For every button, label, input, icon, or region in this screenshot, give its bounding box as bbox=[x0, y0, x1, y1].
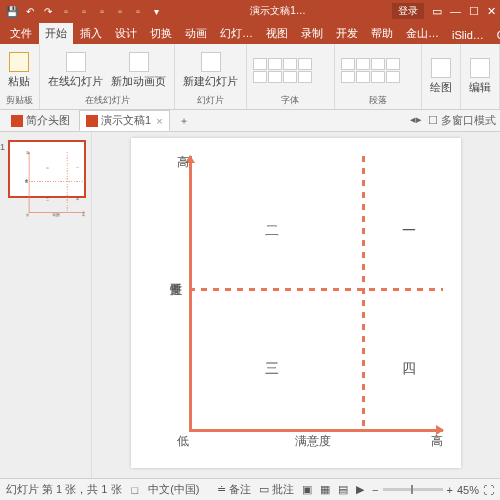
new-tab-button[interactable]: ＋ bbox=[172, 111, 196, 131]
group-paragraph: 段落 bbox=[335, 44, 423, 109]
spell-check-icon[interactable]: □ bbox=[132, 484, 139, 496]
zoom-level[interactable]: 45% bbox=[457, 484, 479, 496]
tab-slideshow[interactable]: 幻灯… bbox=[214, 23, 259, 44]
slide[interactable]: 一 二 三 四 重要性 高 低 满意度 高 bbox=[131, 138, 461, 468]
ribbon-options-icon[interactable]: ▭ bbox=[432, 5, 442, 18]
ppt-icon bbox=[86, 115, 98, 127]
notes-button[interactable]: ≐ 备注 bbox=[217, 482, 251, 497]
fit-window-icon[interactable]: ⛶ bbox=[483, 484, 494, 496]
paste-button[interactable]: 粘贴 bbox=[6, 50, 32, 91]
tab-insert[interactable]: 插入 bbox=[74, 23, 108, 44]
status-bar: 幻灯片 第 1 张，共 1 张 □ 中文(中国) ≐ 备注 ▭ 批注 ▣ ▦ ▤… bbox=[0, 478, 500, 500]
tab-developer[interactable]: 开发 bbox=[330, 23, 364, 44]
title-bar: 💾 ↶ ↷ ▫ ▫ ▫ ▫ ▫ ▾ 演示文稿1… 登录 ▭ — ☐ ✕ bbox=[0, 0, 500, 22]
horizontal-divider bbox=[29, 181, 85, 182]
view-sorter-icon[interactable]: ▦ bbox=[320, 483, 330, 496]
drawing-button[interactable]: 绘图 bbox=[428, 56, 454, 97]
view-reading-icon[interactable]: ▤ bbox=[338, 483, 348, 496]
group-clipboard: 粘贴 剪贴板 bbox=[0, 44, 40, 109]
anim-icon bbox=[129, 52, 149, 72]
group-label: 剪贴板 bbox=[6, 94, 33, 107]
ribbon: 粘贴 剪贴板 在线幻灯片 新加动画页 在线幻灯片 新建幻灯片 幻灯片 字体 段落… bbox=[0, 44, 500, 110]
tab-review[interactable]: 录制 bbox=[295, 23, 329, 44]
group-label: 幻灯片 bbox=[181, 94, 240, 107]
quick-access-toolbar: 💾 ↶ ↷ ▫ ▫ ▫ ▫ ▫ ▾ bbox=[4, 3, 164, 19]
comments-button[interactable]: ▭ 批注 bbox=[259, 482, 294, 497]
view-slideshow-icon[interactable]: ▶ bbox=[356, 483, 364, 496]
online-slide-button[interactable]: 在线幻灯片 bbox=[46, 50, 105, 91]
login-button[interactable]: 登录 bbox=[392, 3, 424, 19]
y-axis-low: 低 bbox=[26, 213, 29, 217]
doc-tab-intro[interactable]: 简介头图 bbox=[4, 110, 77, 131]
tab-jinshan[interactable]: 金山… bbox=[400, 23, 445, 44]
clipboard-icon bbox=[9, 52, 29, 72]
zoom-out-icon[interactable]: − bbox=[372, 484, 378, 496]
zoom-in-icon[interactable]: + bbox=[447, 484, 453, 496]
zoom-slider[interactable] bbox=[383, 488, 443, 491]
qat-icon[interactable]: ▫ bbox=[112, 3, 128, 19]
y-axis bbox=[29, 152, 30, 213]
ribbon-tabs: 文件 开始 插入 设计 切换 动画 幻灯… 视图 录制 开发 帮助 金山… iS… bbox=[0, 22, 500, 44]
group-editing: 编辑 bbox=[461, 44, 500, 109]
view-normal-icon[interactable]: ▣ bbox=[302, 483, 312, 496]
qat-icon[interactable]: ▫ bbox=[58, 3, 74, 19]
group-label: 字体 bbox=[253, 94, 328, 107]
horizontal-divider bbox=[189, 288, 443, 291]
redo-icon[interactable]: ↷ bbox=[40, 3, 56, 19]
group-label: 段落 bbox=[341, 94, 416, 107]
quadrant-4: 四 bbox=[76, 197, 79, 201]
tab-file[interactable]: 文件 bbox=[4, 23, 38, 44]
ppt-icon bbox=[11, 115, 23, 127]
close-icon[interactable]: ✕ bbox=[487, 5, 496, 18]
qat-more-icon[interactable]: ▾ bbox=[148, 3, 164, 19]
close-tab-icon[interactable]: × bbox=[156, 115, 162, 127]
y-axis-high: 高 bbox=[26, 152, 29, 156]
document-tabs: 简介头图 演示文稿1× ＋ ◂▸ ☐ 多窗口模式 bbox=[0, 110, 500, 132]
group-drawing: 绘图 bbox=[422, 44, 461, 109]
shapes-icon bbox=[431, 58, 451, 78]
qat-icon[interactable]: ▫ bbox=[76, 3, 92, 19]
quadrant-2: 二 bbox=[265, 222, 279, 240]
thumbnail-slide-1[interactable]: 1 一 二 三 四 重要性 高 低 满意度 高 bbox=[8, 140, 86, 198]
paragraph-controls[interactable] bbox=[341, 58, 400, 83]
language-indicator[interactable]: 中文(中国) bbox=[148, 482, 199, 497]
new-slide-button[interactable]: 新建幻灯片 bbox=[181, 50, 240, 91]
editing-button[interactable]: 编辑 bbox=[467, 56, 493, 97]
tab-design[interactable]: 设计 bbox=[109, 23, 143, 44]
window-controls: ▭ — ☐ ✕ bbox=[432, 5, 496, 18]
tab-onekey[interactable]: One… bbox=[491, 26, 500, 44]
slide-counter: 幻灯片 第 1 张，共 1 张 bbox=[6, 482, 122, 497]
font-controls[interactable] bbox=[253, 58, 312, 83]
quadrant-chart: 一 二 三 四 重要性 高 低 满意度 高 bbox=[22, 152, 84, 217]
tab-nav-icon[interactable]: ◂▸ bbox=[410, 113, 422, 128]
x-axis-high: 高 bbox=[431, 433, 443, 450]
tab-animations[interactable]: 动画 bbox=[179, 23, 213, 44]
doc-tab-presentation1[interactable]: 演示文稿1× bbox=[79, 110, 170, 131]
vertical-divider bbox=[362, 156, 365, 432]
save-icon[interactable]: 💾 bbox=[4, 3, 20, 19]
tab-view[interactable]: 视图 bbox=[260, 23, 294, 44]
slide-canvas[interactable]: 一 二 三 四 重要性 高 低 满意度 高 bbox=[92, 132, 500, 478]
qat-icon[interactable]: ▫ bbox=[94, 3, 110, 19]
quadrant-4: 四 bbox=[402, 360, 416, 378]
minimize-icon[interactable]: — bbox=[450, 5, 461, 18]
tab-islide[interactable]: iSlid… bbox=[446, 26, 490, 44]
tab-transitions[interactable]: 切换 bbox=[144, 23, 178, 44]
undo-icon[interactable]: ↶ bbox=[22, 3, 38, 19]
zoom-control[interactable]: − + 45% ⛶ bbox=[372, 484, 494, 496]
tab-home[interactable]: 开始 bbox=[39, 23, 73, 44]
qat-icon[interactable]: ▫ bbox=[130, 3, 146, 19]
quadrant-2: 二 bbox=[46, 167, 49, 171]
group-label: 在线幻灯片 bbox=[46, 94, 168, 107]
x-axis-label: 满意度 bbox=[52, 213, 60, 217]
multi-window-toggle[interactable]: ☐ 多窗口模式 bbox=[428, 113, 496, 128]
x-axis bbox=[189, 429, 443, 432]
maximize-icon[interactable]: ☐ bbox=[469, 5, 479, 18]
find-icon bbox=[470, 58, 490, 78]
quadrant-1: 一 bbox=[76, 167, 79, 171]
group-slides: 新建幻灯片 幻灯片 bbox=[175, 44, 247, 109]
tab-help[interactable]: 帮助 bbox=[365, 23, 399, 44]
x-axis-high: 高 bbox=[82, 213, 85, 217]
quadrant-chart: 一 二 三 四 重要性 高 低 满意度 高 bbox=[159, 156, 443, 450]
new-anim-button[interactable]: 新加动画页 bbox=[109, 50, 168, 91]
